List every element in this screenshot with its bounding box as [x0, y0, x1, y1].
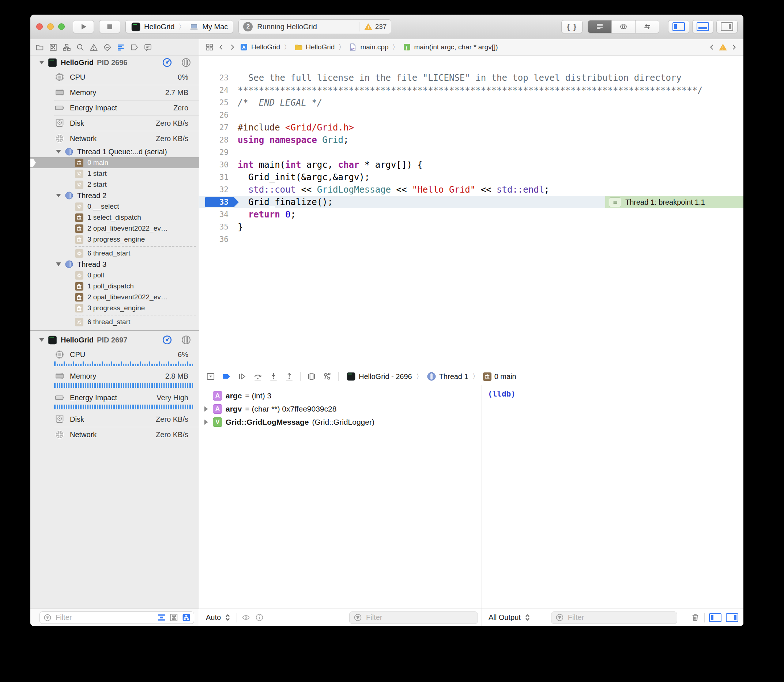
- line-number[interactable]: 25: [199, 97, 238, 109]
- code-line[interactable]: 36: [199, 233, 743, 245]
- breakpoint-annotation[interactable]: Thread 1: breakpoint 1.1: [605, 196, 743, 208]
- code-line[interactable]: 30int main(int argc, char * argv[]) {: [199, 159, 743, 171]
- process-row[interactable]: HelloGridPID 2696: [30, 56, 199, 69]
- line-number[interactable]: 29: [199, 146, 238, 159]
- line-number[interactable]: 35: [199, 221, 238, 233]
- stat-row-network[interactable]: NetworkZero KB/s: [30, 427, 199, 442]
- disclosure-right-icon[interactable]: [203, 406, 209, 411]
- debug-bar-crumb[interactable]: HelloGrid - 2696: [346, 372, 412, 381]
- hide-debug-area-button[interactable]: [206, 372, 216, 381]
- stack-frame-row[interactable]: 0 main: [30, 157, 199, 168]
- step-over-button[interactable]: [253, 372, 263, 381]
- line-number[interactable]: 28: [199, 134, 238, 146]
- variable-row[interactable]: Aargv= (char **) 0x7ffee9039c28: [199, 402, 482, 416]
- code-line[interactable]: 33 Grid_finalize();Thread 1: breakpoint …: [199, 196, 743, 208]
- breakpoint-navigator-icon[interactable]: [130, 43, 139, 52]
- console-filter-input[interactable]: [567, 613, 673, 622]
- stack-frame-row[interactable]: 0 __select: [30, 201, 199, 212]
- stop-button[interactable]: [99, 20, 120, 33]
- toggle-debug-area-button[interactable]: [692, 20, 714, 33]
- stat-row-memory[interactable]: Memory2.7 MB: [30, 85, 199, 100]
- stat-row-disk[interactable]: DiskZero KB/s: [30, 115, 199, 131]
- show-variables-view-toggle[interactable]: [709, 613, 722, 622]
- thread-row[interactable]: Thread 2: [30, 190, 199, 201]
- gauge-icon[interactable]: [161, 335, 172, 346]
- next-issue-button[interactable]: [730, 43, 738, 51]
- previous-issue-button[interactable]: [708, 43, 715, 51]
- go-forward-button[interactable]: [228, 43, 236, 51]
- clear-console-button[interactable]: [691, 613, 700, 622]
- debug-bar-crumb[interactable]: Thread 1: [427, 372, 468, 381]
- report-navigator-icon[interactable]: [143, 43, 152, 52]
- stat-row-memory[interactable]: Memory2.8 MB: [30, 368, 199, 384]
- stack-frame-row[interactable]: 0 poll: [30, 270, 199, 281]
- disclosure-down-icon[interactable]: [39, 61, 44, 64]
- code-line[interactable]: 34 return 0;: [199, 208, 743, 221]
- toggle-inspector-button[interactable]: [716, 20, 738, 33]
- thread-columns-icon[interactable]: [180, 57, 192, 68]
- debug-view-hierarchy-button[interactable]: [307, 372, 316, 381]
- show-crashed-threads-toggle-icon[interactable]: [169, 613, 179, 622]
- thread-row[interactable]: Thread 1 Queue:...d (serial): [30, 146, 199, 157]
- navigator-filter-input[interactable]: [55, 613, 154, 622]
- symbol-navigator-icon[interactable]: [62, 43, 71, 52]
- line-number[interactable]: 30: [199, 159, 238, 171]
- thread-columns-icon[interactable]: [180, 335, 192, 346]
- debug-memory-graph-button[interactable]: [323, 372, 332, 381]
- variables-filter-input[interactable]: [365, 613, 474, 622]
- continue-button[interactable]: [237, 372, 247, 381]
- source-control-navigator-icon[interactable]: [49, 43, 58, 52]
- find-navigator-icon[interactable]: [76, 43, 85, 52]
- minimize-window-button[interactable]: [47, 23, 54, 30]
- version-editor-button[interactable]: [636, 21, 659, 33]
- show-console-toggle[interactable]: [726, 613, 738, 622]
- variables-scope-selector[interactable]: Auto: [206, 613, 232, 622]
- console-scope-selector[interactable]: All Output: [489, 613, 532, 622]
- stack-frame-row[interactable]: 2 opal_libevent2022_ev…: [30, 223, 199, 234]
- flatten-view-toggle-icon[interactable]: [157, 613, 166, 622]
- print-description-button[interactable]: [255, 613, 264, 622]
- code-line[interactable]: 31 Grid_init(&argc,&argv);: [199, 171, 743, 183]
- show-debug-symbols-toggle-icon[interactable]: [182, 613, 191, 622]
- close-window-button[interactable]: [36, 23, 43, 30]
- variable-row[interactable]: Aargc= (int) 3: [199, 389, 482, 402]
- gauge-icon[interactable]: [161, 57, 172, 68]
- code-line[interactable]: 28using namespace Grid;: [199, 134, 743, 146]
- stat-row-cpu[interactable]: CPU6%: [30, 347, 199, 362]
- disclosure-down-icon[interactable]: [39, 338, 44, 342]
- disclosure-right-icon[interactable]: [203, 419, 209, 425]
- go-back-button[interactable]: [217, 43, 225, 51]
- test-navigator-icon[interactable]: [103, 43, 112, 52]
- assistant-editor-button[interactable]: [612, 21, 636, 33]
- console-output[interactable]: (lldb): [482, 385, 743, 609]
- disclosure-down-icon[interactable]: [56, 150, 61, 153]
- stack-frame-row[interactable]: 1 start: [30, 168, 199, 179]
- console-filter-field[interactable]: [551, 612, 677, 624]
- stat-row-energy-impact[interactable]: Energy ImpactZero: [30, 100, 199, 115]
- debug-navigator-icon[interactable]: [116, 43, 125, 52]
- line-number[interactable]: 23: [199, 72, 238, 84]
- line-number[interactable]: 27: [199, 121, 238, 134]
- quick-look-button[interactable]: [241, 613, 251, 622]
- line-number[interactable]: 24: [199, 84, 238, 97]
- code-line[interactable]: 24**************************************…: [199, 84, 743, 97]
- jump-bar-item[interactable]: fmain(int argc, char * argv[]): [402, 43, 498, 51]
- stack-frame-row[interactable]: 1 select_dispatch: [30, 212, 199, 223]
- code-line[interactable]: 26: [199, 109, 743, 121]
- zoom-window-button[interactable]: [58, 23, 65, 30]
- line-number[interactable]: 31: [199, 171, 238, 183]
- line-number[interactable]: 26: [199, 109, 238, 121]
- activity-status[interactable]: 2 Running HelloGrid 237: [238, 19, 391, 34]
- jump-bar-item[interactable]: HelloGrid: [240, 43, 280, 51]
- source-editor[interactable]: 23 See the full license in the file "LIC…: [199, 56, 743, 368]
- issue-warning-icon[interactable]: [719, 43, 727, 51]
- code-line[interactable]: 29: [199, 146, 743, 159]
- disclosure-down-icon[interactable]: [56, 194, 61, 198]
- code-line[interactable]: 23 See the full license in the file "LIC…: [199, 72, 743, 84]
- code-line[interactable]: 32 std::cout << GridLogMessage << "Hello…: [199, 183, 743, 196]
- code-line[interactable]: 27#include <Grid/Grid.h>: [199, 121, 743, 134]
- standard-editor-button[interactable]: [588, 21, 612, 33]
- stat-row-disk[interactable]: DiskZero KB/s: [30, 411, 199, 427]
- line-number[interactable]: 33: [199, 196, 238, 208]
- line-number[interactable]: 32: [199, 183, 238, 196]
